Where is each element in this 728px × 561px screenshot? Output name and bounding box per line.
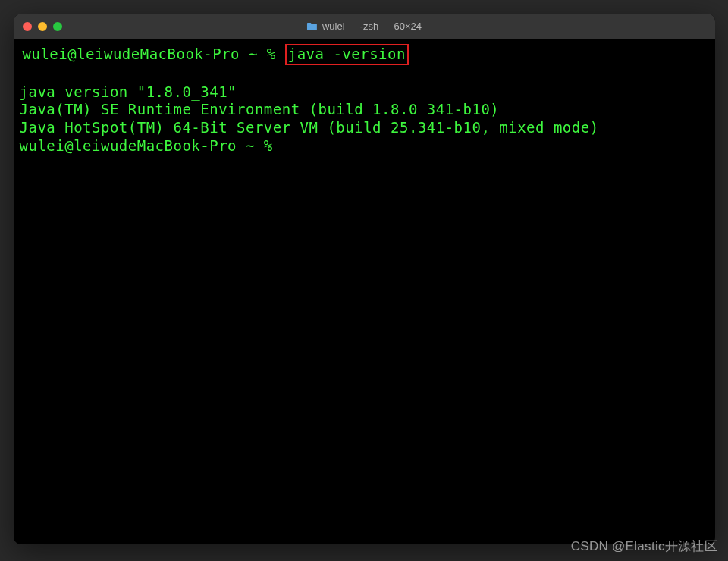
window-title-container: wulei — -zsh — 60×24	[306, 20, 422, 32]
highlighted-command: java -version	[285, 44, 409, 65]
traffic-lights	[23, 22, 62, 31]
watermark: CSDN @Elastic开源社区	[571, 537, 717, 555]
shell-prompt: wulei@leiwudeMacBook-Pro ~ %	[20, 137, 282, 154]
shell-prompt: wulei@leiwudeMacBook-Pro ~ %	[23, 45, 285, 62]
title-bar: wulei — -zsh — 60×24	[14, 14, 715, 39]
output-line: Java(TM) SE Runtime Environment (build 1…	[20, 101, 500, 118]
window-title: wulei — -zsh — 60×24	[322, 20, 422, 32]
folder-icon	[306, 22, 318, 31]
command-text: java -version	[288, 45, 406, 62]
minimize-button[interactable]	[38, 22, 47, 31]
output-line: java version "1.8.0_341"	[20, 83, 237, 100]
close-button[interactable]	[23, 22, 32, 31]
output-line: Java HotSpot(TM) 64-Bit Server VM (build…	[20, 119, 599, 136]
terminal-window: wulei — -zsh — 60×24 wulei@leiwudeMacBoo…	[14, 14, 715, 544]
maximize-button[interactable]	[53, 22, 62, 31]
terminal-body[interactable]: wulei@leiwudeMacBook-Pro ~ % java -versi…	[14, 39, 715, 544]
